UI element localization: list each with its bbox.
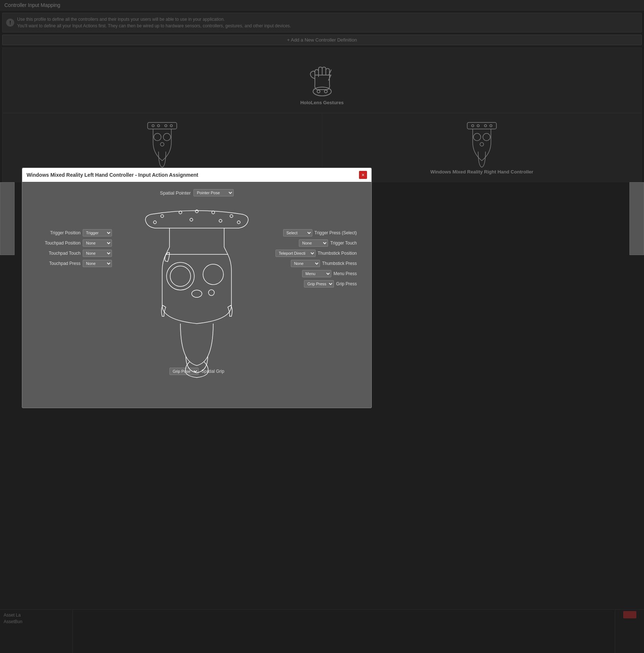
svg-point-26 [219, 219, 222, 222]
svg-point-31 [192, 290, 202, 297]
svg-point-28 [167, 262, 194, 290]
thumbstick-press-label: Thumbstick Press [322, 261, 357, 266]
svg-point-29 [170, 266, 191, 286]
right-side-panel [629, 182, 644, 255]
modal-title: Windows Mixed Reality Left Hand Controll… [27, 172, 198, 178]
touchpad-touch-select[interactable]: None Touch [83, 250, 112, 257]
touchpad-position-select[interactable]: None Touchpad [83, 239, 112, 247]
trigger-position-select[interactable]: Trigger None [83, 229, 112, 236]
touchpad-press-label: Touchpad Press [37, 261, 81, 266]
grip-press-label: Grip Press [336, 281, 357, 286]
controller-diagram [133, 203, 261, 379]
trigger-press-label: Trigger Press (Select) [315, 230, 357, 235]
trigger-position-label: Trigger Position [37, 230, 81, 235]
svg-point-27 [237, 221, 240, 224]
modal-header: Windows Mixed Reality Left Hand Controll… [22, 168, 371, 182]
controller-mapping-area: Trigger Position Trigger None Touchpad P… [30, 200, 364, 382]
svg-point-21 [195, 210, 198, 213]
left-mappings: Trigger Position Trigger None Touchpad P… [37, 229, 112, 267]
svg-point-19 [161, 215, 164, 218]
thumbstick-position-label: Thumbstick Position [318, 251, 357, 256]
modal-body: Spatial Pointer Pointer Pose None Trigge… [22, 182, 371, 400]
touchpad-position-row: Touchpad Position None Touchpad [37, 239, 112, 247]
thumbstick-press-select[interactable]: None [291, 260, 320, 267]
touchpad-position-label: Touchpad Position [37, 241, 81, 246]
svg-point-25 [190, 218, 193, 221]
trigger-touch-label: Trigger Touch [330, 241, 357, 246]
thumbstick-position-row: Teleport Directi None Thumbstick Positio… [276, 250, 357, 257]
trigger-press-row: Select None Trigger Press (Select) [276, 229, 357, 236]
svg-point-30 [203, 264, 223, 285]
grip-press-row: Grip Press None Grip Press [276, 280, 357, 288]
svg-point-24 [153, 221, 156, 224]
spatial-pointer-row: Spatial Pointer Pointer Pose None [30, 189, 364, 196]
spatial-pointer-label: Spatial Pointer [160, 190, 191, 196]
menu-press-select[interactable]: Menu None [302, 270, 331, 277]
svg-point-20 [179, 211, 182, 214]
spatial-pointer-select[interactable]: Pointer Pose None [194, 189, 234, 196]
touchpad-press-select[interactable]: None Press [83, 260, 112, 267]
trigger-press-select[interactable]: Select None [283, 229, 312, 236]
svg-point-23 [230, 215, 233, 218]
trigger-position-row: Trigger Position Trigger None [37, 229, 112, 236]
svg-point-32 [208, 290, 214, 296]
thumbstick-position-select[interactable]: Teleport Directi None [276, 250, 316, 257]
modal-close-button[interactable]: × [359, 171, 367, 179]
menu-press-row: Menu None Menu Press [276, 270, 357, 277]
grip-press-select[interactable]: Grip Press None [304, 280, 334, 288]
svg-point-22 [212, 211, 215, 214]
menu-press-label: Menu Press [333, 271, 357, 276]
trigger-touch-select[interactable]: None [299, 239, 328, 247]
left-side-panel [0, 182, 15, 255]
touchpad-touch-label: Touchpad Touch [37, 251, 81, 256]
touchpad-press-row: Touchpad Press None Press [37, 260, 112, 267]
trigger-touch-row: None Trigger Touch [276, 239, 357, 247]
touchpad-touch-row: Touchpad Touch None Touch [37, 250, 112, 257]
input-assignment-modal: Windows Mixed Reality Left Hand Controll… [22, 168, 372, 408]
thumbstick-press-row: None Thumbstick Press [276, 260, 357, 267]
right-mappings: Select None Trigger Press (Select) None … [276, 229, 357, 288]
